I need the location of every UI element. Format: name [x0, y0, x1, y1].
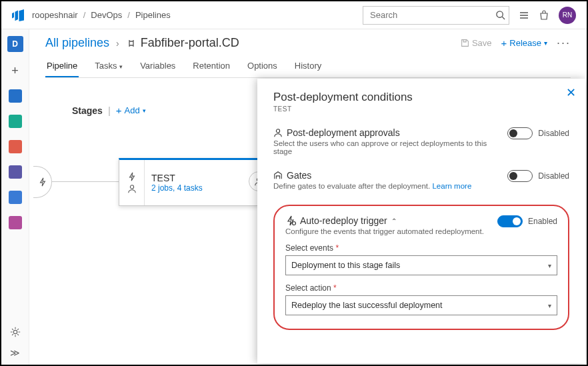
gates-toggle[interactable] — [507, 170, 533, 182]
learn-more-link[interactable]: Learn more — [432, 182, 471, 190]
project-icon[interactable]: D — [7, 36, 23, 52]
chevron-right-icon: › — [116, 38, 119, 49]
collapse-icon[interactable]: ≫ — [10, 347, 20, 358]
events-label: Select events * — [285, 243, 557, 253]
select-action-dropdown[interactable]: Redeploy the last successful deployment … — [285, 295, 557, 315]
chevron-down-icon: ▾ — [119, 63, 123, 70]
nav-boards-icon[interactable] — [9, 89, 22, 103]
chevron-up-icon[interactable]: ⌃ — [391, 217, 397, 225]
plus-icon: + — [116, 105, 122, 116]
chevron-down-icon: ▾ — [548, 262, 551, 269]
stage-name: TEST — [151, 173, 251, 183]
tab-bar: Pipeline Tasks ▾ Variables Retention Opt… — [45, 55, 571, 78]
auto-state: Enabled — [528, 217, 557, 226]
person-icon — [273, 128, 283, 137]
azure-devops-logo — [12, 9, 24, 21]
add-stage-button[interactable]: + Add ▾ — [116, 105, 146, 116]
nav-repos-icon[interactable] — [9, 115, 22, 128]
svg-point-2 — [13, 330, 17, 333]
svg-point-3 — [130, 185, 133, 189]
nav-extensions-icon[interactable] — [9, 216, 22, 229]
save-icon — [461, 39, 469, 47]
pipeline-icon — [126, 38, 137, 49]
search-box — [363, 6, 509, 25]
auto-redeploy-toggle[interactable] — [497, 215, 523, 227]
chevron-down-icon: ▾ — [143, 107, 146, 114]
chevron-down-icon: ▾ — [544, 39, 547, 47]
stages-header: Stages | + Add ▾ — [72, 105, 146, 116]
left-sidebar: D + ≫ — [1, 29, 29, 365]
approvals-toggle[interactable] — [507, 127, 533, 139]
tab-variables[interactable]: Variables — [139, 55, 177, 77]
approvals-state: Disabled — [538, 129, 569, 138]
add-icon[interactable]: + — [9, 64, 22, 77]
shopping-bag-icon[interactable] — [539, 10, 549, 21]
breadcrumb: roopeshnair / DevOps / Pipelines — [32, 10, 171, 20]
nav-artifacts-icon[interactable] — [9, 191, 22, 204]
stage-connector — [45, 181, 119, 182]
svg-line-1 — [502, 17, 505, 19]
top-bar: roopeshnair / DevOps / Pipelines RN — [1, 1, 587, 29]
gates-icon — [273, 171, 283, 180]
gates-state: Disabled — [538, 171, 569, 181]
pipeline-title: Fabfiber-portal.CD — [126, 36, 239, 50]
search-input[interactable] — [363, 6, 509, 25]
tab-options[interactable]: Options — [246, 55, 279, 77]
panel-title: Post-deployment conditions — [273, 91, 569, 104]
auto-desc: Configure the events that trigger automa… — [285, 227, 488, 235]
all-pipelines-link[interactable]: All pipelines — [45, 36, 109, 50]
plus-icon: + — [501, 37, 507, 49]
approvals-section: Post-deployment approvals Select the use… — [273, 127, 569, 155]
search-icon — [495, 10, 505, 20]
close-panel-button[interactable]: ✕ — [566, 85, 576, 100]
person-icon — [127, 184, 137, 193]
tab-retention[interactable]: Retention — [191, 55, 231, 77]
svg-point-5 — [276, 129, 279, 133]
svg-point-0 — [497, 11, 503, 17]
pre-deployment-conditions-button[interactable] — [33, 166, 52, 198]
user-avatar[interactable]: RN — [559, 7, 576, 24]
chevron-down-icon: ▾ — [548, 302, 551, 309]
select-events-dropdown[interactable]: Deployment to this stage fails ▾ — [285, 255, 557, 275]
tab-history[interactable]: History — [293, 55, 323, 77]
approvals-desc: Select the users who can approve or reje… — [273, 139, 498, 155]
nav-pipelines-icon[interactable] — [9, 140, 22, 153]
save-button[interactable]: Save — [461, 38, 492, 48]
lightning-icon — [127, 172, 137, 181]
post-deployment-panel: ✕ Post-deployment conditions TEST Post-d… — [257, 79, 585, 363]
lightning-icon — [38, 177, 47, 187]
tab-pipeline[interactable]: Pipeline — [45, 55, 79, 77]
redeploy-icon — [285, 215, 296, 226]
breadcrumb-section[interactable]: Pipelines — [135, 10, 171, 20]
gates-section: Gates Define gates to evaluate after the… — [273, 170, 569, 190]
more-menu-button[interactable]: ··· — [557, 36, 571, 50]
breadcrumb-project[interactable]: DevOps — [91, 10, 122, 20]
list-icon[interactable] — [519, 10, 529, 21]
nav-testplans-icon[interactable] — [9, 165, 22, 179]
stage-jobs-link[interactable]: 2 jobs, 4 tasks — [151, 183, 251, 193]
stage-card[interactable]: TEST 2 jobs, 4 tasks — [119, 158, 259, 206]
panel-stage-name: TEST — [273, 105, 569, 113]
gates-desc: Define gates to evaluate after the deplo… — [273, 182, 498, 190]
action-label: Select action * — [285, 283, 557, 293]
auto-redeploy-section: Auto-redeploy trigger ⌃ Configure the ev… — [273, 205, 569, 330]
settings-gear-icon[interactable] — [9, 326, 21, 338]
tab-tasks[interactable]: Tasks ▾ — [93, 55, 124, 77]
svg-point-6 — [293, 222, 296, 225]
release-button[interactable]: + Release ▾ — [501, 37, 547, 49]
breadcrumb-org[interactable]: roopeshnair — [32, 10, 78, 20]
